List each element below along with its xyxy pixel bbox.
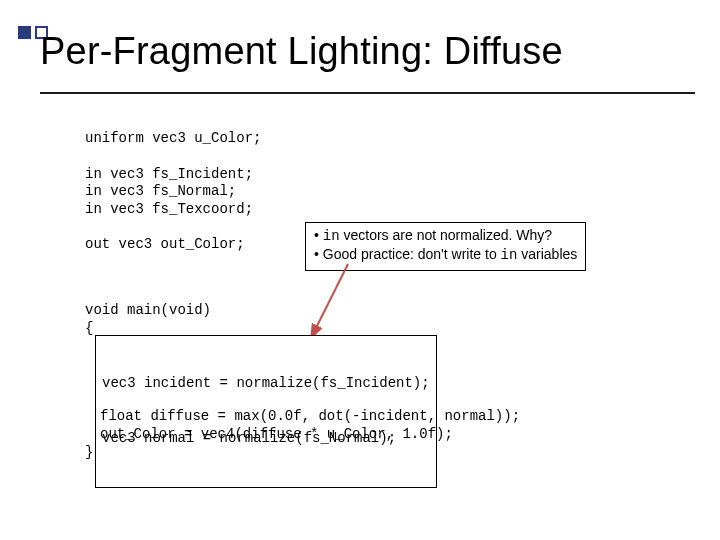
- code-brace-open: {: [85, 320, 93, 336]
- callout-bullet: • Good practice: don't write to in varia…: [314, 246, 577, 265]
- bullet-text: variables: [517, 246, 577, 262]
- bullet-text: •: [314, 227, 323, 243]
- slide: Per-Fragment Lighting: Diffuse uniform v…: [0, 0, 720, 540]
- code-brace-close: }: [85, 444, 93, 460]
- callout-bullet: • in vectors are not normalized. Why?: [314, 227, 577, 246]
- title-underline: [40, 92, 695, 94]
- code-uniform: uniform vec3 u_Color;: [85, 130, 680, 148]
- code-ins: in vec3 fs_Incident; in vec3 fs_Normal; …: [85, 166, 680, 219]
- slide-title: Per-Fragment Lighting: Diffuse: [40, 30, 700, 73]
- inline-code: in: [501, 247, 518, 263]
- code-line: out_Color = vec4(diffuse * u_Color, 1.0f…: [100, 426, 453, 442]
- bullet-text: vectors are not normalized. Why?: [340, 227, 552, 243]
- square-icon: [18, 26, 31, 39]
- callout-box: • in vectors are not normalized. Why? • …: [305, 222, 586, 271]
- inline-code: in: [323, 228, 340, 244]
- code-fn-head: void main(void): [85, 302, 211, 318]
- code-line: vec3 incident = normalize(fs_Incident);: [102, 374, 430, 392]
- code-line: float diffuse = max(0.0f, dot(-incident,…: [100, 408, 520, 424]
- bullet-text: • Good practice: don't write to: [314, 246, 501, 262]
- svg-line-0: [311, 264, 348, 338]
